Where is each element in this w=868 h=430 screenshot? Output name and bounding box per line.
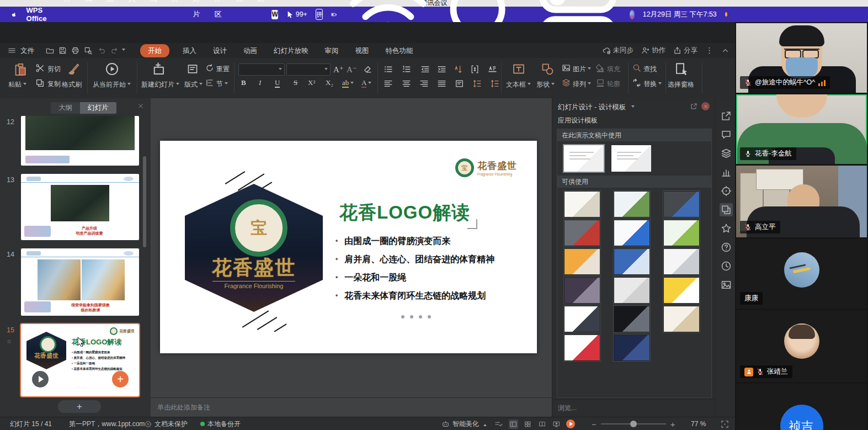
paste-button[interactable]: 粘贴: [8, 80, 26, 89]
side-tool-star-icon[interactable]: [720, 222, 733, 235]
zoom-slider-thumb[interactable]: [630, 421, 637, 427]
input-method-icon[interactable]: 拼: [316, 9, 323, 20]
slide-thumbnail[interactable]: 产品升级明星产品训练营: [21, 174, 139, 240]
ribbon-tab-item[interactable]: 幻灯片放映: [270, 45, 312, 56]
text-fit-icon[interactable]: [488, 65, 497, 74]
battery-icon[interactable]: [331, 10, 337, 19]
collaborate-button[interactable]: 协作: [641, 46, 665, 55]
bullets-icon[interactable]: [384, 65, 393, 74]
play-from-current-button[interactable]: 从当前开始: [93, 80, 131, 89]
template-thumbnail[interactable]: [663, 220, 700, 246]
participant-tile[interactable]: @旅途中的蜗牛^O^: [736, 23, 867, 93]
line-spacing-icon[interactable]: [470, 65, 480, 74]
slide-sorter-view-button[interactable]: [523, 420, 532, 429]
ribbon-tab-item[interactable]: 审阅: [322, 45, 342, 56]
side-tool-chart-icon[interactable]: [720, 166, 733, 179]
layout-button[interactable]: 版式: [184, 80, 203, 89]
side-tool-external-icon[interactable]: [720, 109, 733, 123]
decrease-indent-icon[interactable]: [420, 65, 430, 74]
popout-panel-icon[interactable]: [690, 103, 697, 110]
play-view-button[interactable]: [552, 420, 561, 429]
paragraph-spacing-icon[interactable]: [472, 79, 482, 88]
template-thumbnail[interactable]: [614, 335, 650, 361]
bold-button[interactable]: B: [241, 78, 246, 87]
align-left-icon[interactable]: [384, 79, 393, 88]
layout-icon[interactable]: [187, 63, 199, 75]
notes-divider[interactable]: [151, 397, 552, 398]
template-thumbnail[interactable]: [614, 306, 650, 332]
format-painter-button[interactable]: 格式刷: [62, 80, 82, 89]
in-use-template-thumbnail[interactable]: [611, 145, 651, 172]
subscript-button[interactable]: X₂: [326, 78, 333, 87]
increase-font-button[interactable]: A⁺: [333, 65, 344, 75]
notes-placeholder[interactable]: 单击此处添加备注: [157, 403, 210, 412]
template-thumbnail[interactable]: [564, 277, 600, 304]
outline-level-button[interactable]: [494, 417, 503, 430]
slide-canvas[interactable]: 宝 花香盛世 Fragrance Flourishing 花香LOGO解读 由围…: [160, 141, 537, 353]
template-thumbnail[interactable]: [564, 220, 600, 246]
template-thumbnail[interactable]: [614, 277, 650, 304]
outline-button[interactable]: 轮廓: [607, 79, 620, 89]
close-panel-icon[interactable]: [137, 103, 144, 109]
outline-tab[interactable]: 大纲: [51, 102, 80, 114]
side-tool-arrange-icon[interactable]: [720, 147, 733, 160]
apple-menu-icon[interactable]: [11, 10, 17, 19]
fit-screen-button[interactable]: [721, 417, 729, 430]
template-thumbnail[interactable]: [663, 248, 700, 275]
zoom-out-button[interactable]: −: [592, 420, 597, 429]
replace-button[interactable]: 替换: [643, 79, 662, 89]
participant-tile[interactable]: 康康: [736, 239, 867, 309]
side-tool-chat-icon[interactable]: [720, 128, 733, 141]
decrease-font-button[interactable]: A⁻: [347, 65, 357, 75]
font-color-button[interactable]: A: [361, 78, 371, 87]
slide-thumbnail[interactable]: [21, 116, 139, 166]
superscript-button[interactable]: X²: [308, 78, 315, 87]
more-options-icon[interactable]: [705, 46, 713, 55]
file-menu-button[interactable]: 文件: [17, 45, 38, 56]
font-size-select[interactable]: [286, 63, 331, 76]
textbox-icon[interactable]: [512, 62, 525, 76]
template-thumbnail[interactable]: [564, 306, 600, 332]
new-slide-button[interactable]: 新建幻灯片: [141, 80, 179, 89]
section-icon[interactable]: [205, 78, 214, 87]
panel-title[interactable]: 幻灯片设计 - 设计模板: [558, 103, 635, 112]
selection-pane-button[interactable]: 选择窗格: [668, 80, 694, 89]
participant-tile[interactable]: 祯吉: [736, 384, 867, 430]
justify-icon[interactable]: [437, 79, 446, 88]
reading-view-button[interactable]: [537, 420, 547, 429]
slideshow-button[interactable]: [566, 420, 575, 428]
thumbnail-play-button[interactable]: [32, 371, 49, 387]
slide-editor-area[interactable]: 宝 花香盛世 Fragrance Flourishing 花香LOGO解读 由围…: [151, 98, 552, 417]
smart-beautify-button[interactable]: 智能美化: [441, 417, 487, 430]
ribbon-tab-item[interactable]: 动画: [240, 45, 260, 56]
picture-button[interactable]: 图片: [573, 65, 591, 74]
template-thumbnail[interactable]: [614, 220, 650, 246]
open-file-icon[interactable]: [46, 46, 54, 55]
align-right-icon[interactable]: [419, 79, 429, 88]
text-direction-icon[interactable]: [454, 65, 463, 74]
clear-format-icon[interactable]: [363, 65, 372, 74]
find-button[interactable]: 查找: [643, 65, 657, 74]
in-use-template-thumbnail[interactable]: [564, 145, 604, 172]
zoom-slider[interactable]: [601, 423, 666, 424]
zoom-in-button[interactable]: +: [670, 420, 675, 429]
protection-status[interactable]: 文档未保护: [145, 417, 188, 430]
notification-tray-icon[interactable]: 99+: [286, 10, 307, 18]
redo-icon[interactable]: [110, 46, 119, 55]
side-tool-locate-icon[interactable]: [720, 184, 733, 198]
side-tool-picture-icon[interactable]: [720, 278, 733, 291]
browse-templates-link[interactable]: 浏览...: [558, 404, 577, 413]
outline-icon[interactable]: [596, 78, 605, 87]
template-thumbnail[interactable]: [663, 191, 700, 217]
print-preview-icon[interactable]: [84, 46, 92, 55]
underline-button[interactable]: U: [275, 78, 280, 87]
font-name-select[interactable]: [238, 63, 285, 76]
shapes-button[interactable]: 形状: [536, 80, 555, 89]
normal-view-button[interactable]: [509, 420, 518, 429]
fill-icon[interactable]: [596, 63, 605, 72]
template-thumbnail[interactable]: [564, 191, 600, 217]
find-icon[interactable]: [632, 63, 641, 72]
paste-icon[interactable]: [13, 62, 28, 77]
close-panel-button[interactable]: [701, 102, 710, 110]
align-center-icon[interactable]: [402, 79, 411, 88]
